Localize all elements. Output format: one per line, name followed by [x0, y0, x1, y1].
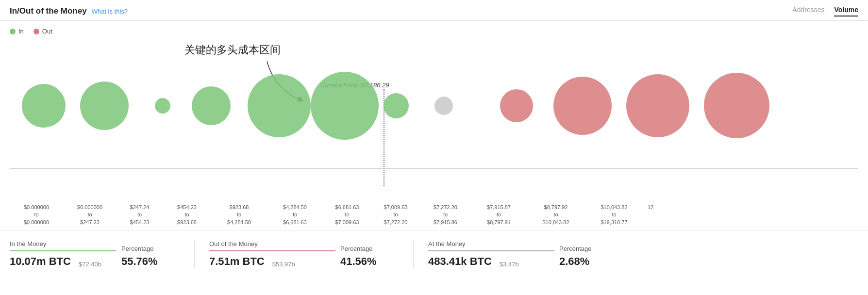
stat-in-underline: [10, 250, 117, 251]
stat-out-sub: $53.97b: [272, 261, 295, 268]
legend-out-dot: [33, 29, 39, 34]
divider-2: [413, 240, 414, 268]
stat-out-pct-block: Percentage 41.56%: [340, 240, 399, 268]
price-label-11: $10,043.82 to $19,310.77: [585, 204, 643, 226]
legend-in: In: [10, 28, 24, 35]
price-label-2: $247.24 to $454.23: [117, 204, 163, 226]
stat-out-the-money: Out of the Money 7.51m BTC $53.97b: [209, 240, 335, 268]
stat-out-label: Out of the Money: [209, 240, 335, 247]
bubble-0: [22, 84, 66, 128]
bubble-5: [311, 72, 379, 140]
stat-in-row: 10.07m BTC $72.40b: [10, 255, 117, 268]
legend: In Out: [0, 21, 868, 38]
bubble-11: [704, 73, 769, 138]
stat-out-pct: 41.56%: [340, 255, 399, 268]
stat-at-the-money: At the Money 483.41k BTC $3.47b: [428, 240, 554, 268]
price-label-6: $6,681.63 to $7,009.63: [323, 204, 371, 226]
tab-volume[interactable]: Volume: [834, 6, 858, 16]
price-label-7: $7,009.63 to $7,272.20: [371, 204, 420, 226]
bubble-6: [384, 93, 409, 118]
bubble-9: [553, 77, 612, 135]
stat-out-pct-label: Percentage: [340, 245, 399, 252]
tab-addresses[interactable]: Addresses: [792, 6, 824, 16]
header-left: In/Out of the Money What is this?: [10, 6, 128, 16]
what-is-this-link[interactable]: What is this?: [92, 8, 128, 15]
stat-in-pct-block: Percentage 55.76%: [121, 240, 180, 268]
price-label-8: $7,272.20 to $7,915.86: [420, 204, 471, 226]
stat-in-the-money: In the Money 10.07m BTC $72.40b: [10, 240, 117, 268]
price-labels-row: $0.000000 to $0.000000 $0.000000 to $247…: [0, 203, 868, 226]
header-tabs: Addresses Volume: [792, 6, 858, 16]
chart-area: 关键的多头成本区间 Current Price: $7,186.29: [10, 38, 858, 203]
price-label-5: $4,284.50 to $6,681.63: [267, 204, 323, 226]
stat-in-pct-label: Percentage: [121, 245, 180, 252]
axis-line: [10, 168, 858, 169]
price-label-10: $8,797.92 to $10,043.82: [527, 204, 585, 226]
stat-at-value: 483.41k BTC: [428, 255, 492, 268]
stat-at-pct-block: Percentage 2.68%: [559, 240, 618, 268]
price-label-3: $454.23 to $923.68: [163, 204, 211, 226]
legend-in-label: In: [18, 28, 24, 35]
page-title: In/Out of the Money: [10, 6, 87, 16]
price-label-12: 12: [643, 204, 658, 211]
stat-out-underline: [209, 250, 335, 251]
annotation-text: 关键的多头成本区间: [184, 43, 281, 57]
stat-in-label: In the Money: [10, 240, 117, 247]
stat-at-label: At the Money: [428, 240, 554, 247]
legend-out: Out: [33, 28, 52, 35]
price-label-9: $7,915.87 to $8,797.91: [471, 204, 527, 226]
stat-at-pct-label: Percentage: [559, 245, 618, 252]
divider-1: [194, 240, 195, 268]
stat-in-value: 10.07m BTC: [10, 255, 71, 268]
bubble-10: [626, 74, 689, 137]
stat-at-underline: [428, 250, 554, 251]
bubble-8: [500, 89, 533, 122]
stat-out-row: 7.51m BTC $53.97b: [209, 255, 335, 268]
legend-out-label: Out: [42, 28, 52, 35]
price-label-0: $0.000000 to $0.000000: [10, 204, 63, 226]
bubble-1: [80, 82, 129, 130]
stat-at-row: 483.41k BTC $3.47b: [428, 255, 554, 268]
stat-at-pct: 2.68%: [559, 255, 618, 268]
bubble-2: [155, 98, 170, 114]
bubble-7: [434, 97, 453, 115]
page-header: In/Out of the Money What is this? Addres…: [0, 0, 868, 21]
stats-section: In the Money 10.07m BTC $72.40b Percenta…: [0, 230, 868, 276]
bubble-4: [248, 74, 311, 137]
price-label-4: $923.68 to $4,284.50: [211, 204, 267, 226]
stat-at-sub: $3.47b: [500, 261, 519, 268]
stat-out-value: 7.51m BTC: [209, 255, 265, 268]
bubble-3: [192, 86, 231, 125]
stat-in-pct: 55.76%: [121, 255, 180, 268]
stat-in-sub: $72.40b: [79, 261, 101, 268]
price-label-1: $0.000000 to $247.23: [63, 204, 117, 226]
legend-in-dot: [10, 29, 16, 34]
